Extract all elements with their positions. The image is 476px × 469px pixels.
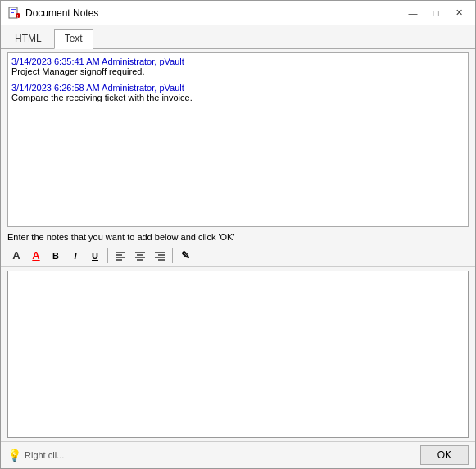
svg-rect-1	[11, 9, 16, 10]
notes-display-area: 3/14/2023 6:35:41 AM Administrator, pVau…	[7, 52, 469, 227]
font-color-button[interactable]: A	[27, 247, 45, 265]
note-entry-1: 3/14/2023 6:35:41 AM Administrator, pVau…	[11, 57, 465, 76]
ok-button[interactable]: OK	[420, 445, 469, 465]
maximize-button[interactable]: □	[426, 5, 446, 21]
minimize-button[interactable]: —	[403, 5, 423, 21]
note-text-1: Project Manager signoff required.	[11, 66, 465, 76]
close-button[interactable]: ✕	[449, 5, 469, 21]
italic-button[interactable]: I	[66, 247, 84, 265]
text-editor-area[interactable]: Cut Copy Paste General ▶ APFlow ▶ Docume…	[7, 271, 469, 439]
toolbar-separator-1	[107, 248, 108, 263]
title-bar: ! Document Notes — □ ✕	[1, 1, 475, 25]
tab-html[interactable]: HTML	[4, 29, 52, 48]
bold-button[interactable]: B	[47, 247, 65, 265]
underline-button[interactable]: U	[86, 247, 104, 265]
window-controls: — □ ✕	[403, 5, 469, 21]
svg-rect-3	[11, 12, 14, 13]
special-button[interactable]: ✎	[176, 247, 194, 265]
lightbulb-icon: 💡	[7, 449, 21, 462]
formatting-toolbar: A A B I U ✎	[1, 245, 475, 267]
note-header-1: 3/14/2023 6:35:41 AM Administrator, pVau…	[11, 57, 465, 66]
svg-rect-2	[11, 11, 16, 11]
hint-text: Enter the notes that you want to add bel…	[1, 230, 475, 245]
font-size-button[interactable]: A	[7, 247, 25, 265]
window-icon: !	[7, 7, 20, 20]
note-header-2: 3/14/2023 6:26:58 AM Administrator, pVau…	[11, 83, 465, 93]
align-left-button[interactable]	[111, 247, 129, 265]
right-click-hint: 💡 Right cli...	[7, 449, 64, 462]
tab-bar: HTML Text	[1, 25, 475, 49]
toolbar-separator-2	[172, 248, 173, 263]
right-click-hint-text: Right cli...	[25, 450, 64, 460]
note-text-2: Compare the receiving ticket with the in…	[11, 93, 465, 102]
align-right-button[interactable]	[151, 247, 169, 265]
align-center-button[interactable]	[131, 247, 149, 265]
window-title: Document Notes	[25, 7, 403, 19]
tab-text[interactable]: Text	[54, 29, 93, 49]
bottom-bar: 💡 Right cli... OK	[1, 441, 475, 468]
main-window: ! Document Notes — □ ✕ HTML Text 3/14/20…	[0, 0, 476, 469]
note-entry-2: 3/14/2023 6:26:58 AM Administrator, pVau…	[11, 83, 465, 102]
